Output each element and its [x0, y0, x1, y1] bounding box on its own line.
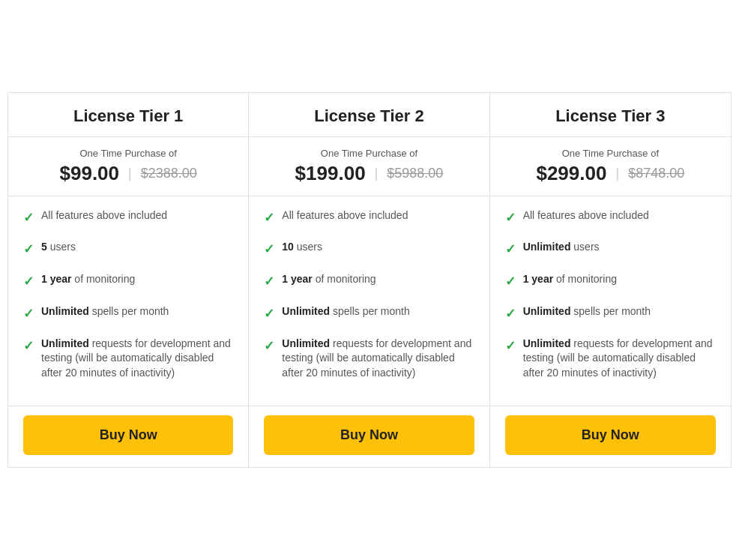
tier-title-2: License Tier 2	[264, 106, 474, 126]
tier-header-3: License Tier 3	[490, 93, 731, 137]
one-time-label-3: One Time Purchase of	[505, 148, 716, 159]
check-icon-2-2: ✓	[264, 241, 274, 259]
check-icon-2-3: ✓	[264, 273, 274, 291]
tier-pricing-3: One Time Purchase of$299.00|$8748.00	[490, 137, 731, 196]
feature-item-1-3: ✓1 year of monitoring	[23, 272, 233, 291]
feature-text-3-5: Unlimited requests for development and t…	[523, 337, 716, 381]
tier-title-1: License Tier 1	[23, 106, 233, 126]
feature-item-3-1: ✓All features above included	[505, 208, 716, 227]
buy-now-section-2: Buy Now	[249, 406, 489, 467]
feature-text-1-3: 1 year of monitoring	[41, 272, 135, 287]
tier-title-3: License Tier 3	[505, 106, 716, 126]
price-row-3: $299.00|$8748.00	[505, 162, 716, 185]
tier-card-3: License Tier 3One Time Purchase of$299.0…	[490, 93, 731, 468]
current-price-2: $199.00	[295, 162, 366, 185]
feature-text-2-4: Unlimited spells per month	[282, 304, 409, 319]
check-icon-3-3: ✓	[505, 273, 516, 291]
buy-now-section-1: Buy Now	[8, 406, 248, 467]
feature-item-3-4: ✓Unlimited spells per month	[505, 304, 716, 323]
feature-text-1-4: Unlimited spells per month	[41, 304, 169, 319]
check-icon-1-5: ✓	[23, 337, 34, 355]
price-row-2: $199.00|$5988.00	[264, 162, 474, 185]
feature-item-3-2: ✓Unlimited users	[505, 240, 716, 259]
check-icon-2-4: ✓	[264, 305, 274, 323]
feature-item-2-3: ✓1 year of monitoring	[264, 272, 474, 291]
check-icon-3-2: ✓	[505, 241, 516, 259]
feature-item-2-5: ✓Unlimited requests for development and …	[264, 337, 474, 381]
price-row-1: $99.00|$2388.00	[23, 162, 233, 185]
buy-now-button-3[interactable]: Buy Now	[505, 415, 716, 455]
feature-item-1-2: ✓5 users	[23, 240, 233, 259]
price-divider-3: |	[615, 166, 619, 181]
feature-text-2-5: Unlimited requests for development and t…	[282, 337, 474, 381]
feature-text-3-2: Unlimited users	[523, 240, 600, 255]
check-icon-3-5: ✓	[505, 337, 516, 355]
feature-item-2-2: ✓10 users	[264, 240, 474, 259]
check-icon-3-1: ✓	[505, 209, 516, 227]
tier-pricing-2: One Time Purchase of$199.00|$5988.00	[249, 137, 489, 196]
pricing-grid: License Tier 1One Time Purchase of$99.00…	[7, 92, 732, 469]
buy-now-button-2[interactable]: Buy Now	[264, 415, 474, 455]
feature-text-2-1: All features above included	[282, 208, 408, 223]
check-icon-3-4: ✓	[505, 305, 516, 323]
check-icon-1-4: ✓	[23, 305, 34, 323]
check-icon-2-5: ✓	[264, 337, 274, 355]
feature-text-3-1: All features above included	[523, 208, 649, 223]
features-list-2: ✓All features above included✓10 users✓1 …	[249, 196, 489, 406]
price-divider-2: |	[375, 166, 378, 181]
tier-header-1: License Tier 1	[8, 93, 248, 137]
tier-card-1: License Tier 1One Time Purchase of$99.00…	[8, 93, 249, 468]
buy-now-section-3: Buy Now	[490, 406, 731, 467]
tier-card-2: License Tier 2One Time Purchase of$199.0…	[249, 93, 489, 468]
features-list-1: ✓All features above included✓5 users✓1 y…	[8, 196, 248, 406]
feature-item-1-5: ✓Unlimited requests for development and …	[23, 337, 233, 381]
current-price-3: $299.00	[536, 162, 606, 185]
original-price-2: $5988.00	[387, 166, 443, 181]
check-icon-1-3: ✓	[23, 273, 34, 291]
check-icon-1-2: ✓	[23, 241, 34, 259]
feature-text-1-5: Unlimited requests for development and t…	[41, 337, 233, 381]
feature-item-1-1: ✓All features above included	[23, 208, 233, 227]
buy-now-button-1[interactable]: Buy Now	[23, 415, 233, 455]
check-icon-2-1: ✓	[264, 209, 274, 227]
features-list-3: ✓All features above included✓Unlimited u…	[490, 196, 731, 406]
feature-text-1-2: 5 users	[41, 240, 76, 255]
feature-text-1-1: All features above included	[41, 208, 167, 223]
one-time-label-2: One Time Purchase of	[264, 148, 474, 159]
feature-item-1-4: ✓Unlimited spells per month	[23, 304, 233, 323]
feature-text-3-3: 1 year of monitoring	[523, 272, 617, 287]
feature-text-3-4: Unlimited spells per month	[523, 304, 651, 319]
feature-item-2-1: ✓All features above included	[264, 208, 474, 227]
original-price-3: $8748.00	[628, 166, 684, 181]
feature-item-3-3: ✓1 year of monitoring	[505, 272, 716, 291]
original-price-1: $2388.00	[141, 166, 197, 181]
feature-item-2-4: ✓Unlimited spells per month	[264, 304, 474, 323]
feature-item-3-5: ✓Unlimited requests for development and …	[505, 337, 716, 381]
feature-text-2-3: 1 year of monitoring	[282, 272, 375, 287]
check-icon-1-1: ✓	[23, 209, 34, 227]
price-divider-1: |	[128, 166, 132, 181]
tier-header-2: License Tier 2	[249, 93, 489, 137]
tier-pricing-1: One Time Purchase of$99.00|$2388.00	[8, 137, 248, 196]
one-time-label-1: One Time Purchase of	[23, 148, 233, 159]
current-price-1: $99.00	[60, 162, 120, 185]
feature-text-2-2: 10 users	[282, 240, 322, 255]
